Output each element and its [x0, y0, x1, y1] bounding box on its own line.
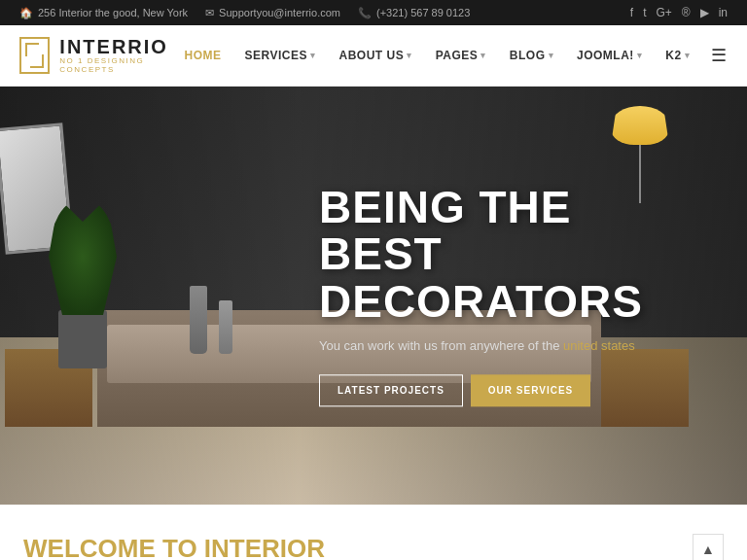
scroll-to-top-button[interactable]: ▲ — [693, 534, 724, 560]
header: INTERRIO NO 1 DESIGNING CONCEPTS HOME SE… — [0, 25, 747, 87]
about-dropdown-arrow: ▾ — [407, 51, 412, 60]
top-bar-contact: 🏠 256 Interior the good, New York ✉ Supp… — [19, 7, 470, 19]
joomla-dropdown-arrow: ▾ — [637, 51, 643, 60]
welcome-title: WELCOME TO INTERIOR — [23, 534, 724, 560]
nav-about[interactable]: ABOUT US ▾ — [330, 41, 422, 70]
nav-home[interactable]: HOME — [175, 41, 231, 70]
k2-dropdown-arrow: ▾ — [685, 51, 691, 60]
latest-projects-button[interactable]: LATEST PROJECTS — [319, 375, 463, 407]
below-hero-section: WELCOME TO INTERIOR ▲ — [0, 505, 747, 560]
blog-dropdown-arrow: ▾ — [549, 51, 554, 60]
youtube-icon[interactable]: ▶ — [700, 6, 709, 19]
top-bar: 🏠 256 Interior the good, New York ✉ Supp… — [0, 0, 747, 25]
location-icon: 🏠 — [19, 7, 33, 19]
nav-pages[interactable]: PAGES ▾ — [426, 41, 496, 70]
social-links: f t G+ ® ▶ in — [630, 6, 728, 19]
pinterest-icon[interactable]: ® — [682, 6, 691, 19]
nav-services[interactable]: SERVICES ▾ — [235, 41, 326, 70]
twitter-icon[interactable]: t — [643, 6, 646, 19]
logo-text: INTERRIO NO 1 DESIGNING CONCEPTS — [59, 37, 174, 74]
nav-joomla[interactable]: JOOMLA! ▾ — [567, 41, 652, 70]
hero-vase-tall — [190, 286, 207, 354]
phone-text: (+321) 567 89 0123 — [376, 7, 470, 18]
plant-pot — [58, 310, 107, 368]
logo-tagline: NO 1 DESIGNING CONCEPTS — [59, 56, 174, 74]
lamp-shade — [611, 106, 669, 145]
linkedin-icon[interactable]: in — [719, 6, 728, 19]
logo-icon — [19, 37, 50, 74]
logo-name: INTERRIO — [59, 37, 174, 56]
email-icon: ✉ — [205, 7, 214, 19]
email-item: ✉ Supportyou@interrio.com — [205, 7, 340, 19]
hamburger-menu[interactable]: ☰ — [703, 41, 734, 70]
hero-buttons: LATEST PROJECTS OUR SERVICES — [319, 375, 689, 407]
hero-subtitle-link[interactable]: united states — [563, 338, 635, 353]
hero-plant — [58, 310, 107, 368]
hero-subtitle: You can work with us from anywhere of th… — [319, 336, 689, 356]
hero-title: BEING THE BEST DECORATORS — [319, 184, 689, 325]
hero-vase-short — [219, 300, 232, 354]
main-nav: HOME SERVICES ▾ ABOUT US ▾ PAGES ▾ BLOG … — [175, 41, 735, 70]
phone-icon: 📞 — [358, 7, 372, 19]
logo[interactable]: INTERRIO NO 1 DESIGNING CONCEPTS — [19, 37, 175, 74]
chevron-up-icon: ▲ — [701, 542, 715, 557]
nav-blog[interactable]: BLOG ▾ — [500, 41, 563, 70]
pages-dropdown-arrow: ▾ — [480, 51, 486, 60]
email-text: Supportyou@interrio.com — [219, 7, 340, 18]
address-text: 256 Interior the good, New York — [38, 7, 188, 18]
our-services-button[interactable]: OUR SERVICES — [471, 375, 590, 407]
phone-item: 📞 (+321) 567 89 0123 — [358, 7, 470, 19]
address-item: 🏠 256 Interior the good, New York — [19, 7, 188, 19]
welcome-highlight: INTERIOR — [204, 534, 325, 560]
hero-content: BEING THE BEST DECORATORS You can work w… — [319, 184, 689, 406]
facebook-icon[interactable]: f — [630, 6, 633, 19]
googleplus-icon[interactable]: G+ — [656, 6, 671, 19]
nav-k2[interactable]: K2 ▾ — [656, 41, 699, 70]
services-dropdown-arrow: ▾ — [310, 51, 316, 60]
hero-section: BEING THE BEST DECORATORS You can work w… — [0, 87, 747, 505]
